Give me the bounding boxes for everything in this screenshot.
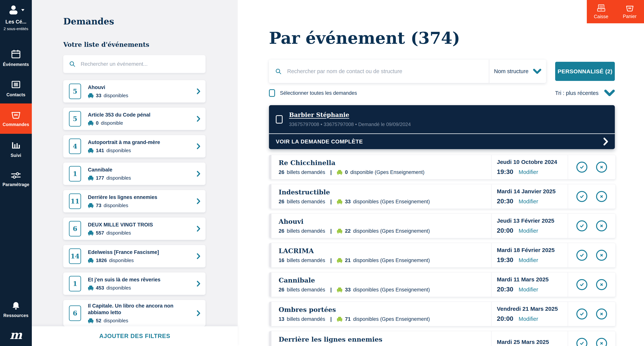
modify-link[interactable]: Modifier (518, 228, 538, 234)
sidebar-item-label: Ressources (4, 313, 28, 318)
seat-icon (88, 148, 94, 153)
x-icon (599, 164, 604, 170)
modify-link[interactable]: Modifier (518, 316, 538, 322)
accept-button[interactable] (576, 338, 587, 346)
sidebar-item-parametrage[interactable]: Paramétrage (0, 164, 32, 194)
account-name: Les Cé... (0, 19, 32, 25)
request-count-badge: 5 (69, 111, 81, 127)
accept-button[interactable] (576, 308, 587, 319)
account-subtitle: 2 sous-entités (0, 27, 32, 31)
accept-button[interactable] (576, 220, 587, 231)
session-time: 20:00 (497, 227, 513, 234)
panier-button[interactable]: Panier (616, 0, 644, 23)
event-request-row: Indestructible 26 billets demandés | 33 … (269, 184, 616, 209)
sidebar-item-ressources[interactable]: Ressources (0, 295, 32, 324)
account-switcher[interactable]: Les Cé... 2 sous-entités (0, 0, 32, 31)
row-info: Derrière les lignes ennemies (272, 331, 491, 346)
add-filters-button[interactable]: AJOUTER DES FILTRES (32, 326, 238, 346)
request-count-badge: 6 (69, 221, 81, 236)
available-label: disponibles (109, 257, 134, 263)
event-list-item[interactable]: 5 Article 353 du Code pénal 0 disponible (63, 108, 206, 130)
session-date: Vendredi 21 Mars 2025 (497, 306, 568, 312)
tickets-label: billets demandés (287, 287, 325, 293)
available-label: disponibles (106, 148, 131, 153)
accept-button[interactable] (576, 279, 587, 290)
event-availability: 0 disponible (88, 120, 193, 126)
sidebar-item-evenements[interactable]: Événements (0, 43, 32, 73)
sidebar-item-suivi[interactable]: Suivi (0, 134, 32, 164)
event-search (63, 55, 206, 73)
event-info: Autoportrait à ma grand-mère 141 disponi… (88, 139, 193, 153)
reject-button[interactable] (596, 308, 607, 319)
seat-icon (88, 285, 94, 291)
request-checkbox[interactable] (276, 115, 282, 124)
event-availability: 52 disponibles (88, 318, 193, 324)
event-title: Cannibale (88, 167, 193, 173)
meta-divider: | (330, 169, 332, 175)
sidebar-item-commandes[interactable]: Commandes (0, 104, 32, 134)
request-count-badge: 5 (69, 84, 81, 99)
check-icon (579, 311, 585, 317)
modify-link[interactable]: Modifier (518, 198, 538, 205)
reject-button[interactable] (596, 191, 607, 202)
reject-button[interactable] (596, 250, 607, 261)
app-logo[interactable]: m (0, 324, 32, 346)
modify-link[interactable]: Modifier (518, 286, 538, 293)
sidebar-item-label: Événements (3, 62, 29, 67)
contacts-icon (11, 79, 21, 90)
modify-link[interactable]: Modifier (518, 169, 538, 175)
event-list-item[interactable]: 11 Derrière les lignes ennemies 73 dispo… (63, 190, 206, 212)
event-request-row: Derrière les lignes ennemies Mardi 25 Ma… (269, 331, 616, 346)
chevron-right-icon (197, 88, 200, 94)
event-title: LACRIMA (278, 247, 491, 255)
view-full-request-button[interactable]: VOIR LA DEMANDE COMPLÈTE (269, 133, 615, 149)
sidebar-item-label: Contacts (6, 92, 26, 97)
event-list-item[interactable]: 1 Et j'en suis là de mes rêveries 453 di… (63, 272, 206, 295)
accept-button[interactable] (576, 162, 587, 173)
event-request-row: Cannibale 26 billets demandés | 33 dispo… (269, 272, 616, 297)
accept-button[interactable] (576, 250, 587, 261)
available-label: disponibles (106, 175, 131, 181)
event-info: Ahouvi 33 disponibles (88, 84, 193, 99)
select-all-checkbox[interactable] (269, 89, 275, 97)
select-all-row: Sélectionner toutes les demandes Tri : p… (269, 89, 615, 97)
seat-icon (88, 121, 94, 126)
sidebar-item-contacts[interactable]: Contacts (0, 73, 32, 104)
chevron-down-icon (604, 90, 615, 97)
modify-link[interactable]: Modifier (518, 257, 538, 263)
sidebar: Les Cé... 2 sous-entités Événements Cont… (0, 0, 32, 346)
reject-button[interactable] (596, 338, 607, 346)
contact-name-link[interactable]: Barbier Stéphanie (289, 111, 411, 118)
accept-button[interactable] (576, 191, 587, 202)
select-all-label: Sélectionner toutes les demandes (280, 90, 357, 96)
sort-dropdown[interactable]: Tri : plus récentes (555, 90, 615, 97)
event-search-input[interactable] (80, 61, 200, 67)
available-label: disponibles (Gpes Enseignement) (353, 287, 430, 293)
contact-search-input[interactable] (287, 68, 483, 75)
basket-icon (626, 4, 634, 12)
search-icon (275, 68, 282, 75)
x-icon (599, 311, 604, 317)
sidebar-item-label: Commandes (3, 122, 29, 127)
structure-filter-dropdown[interactable]: Nom structure (489, 60, 546, 83)
reject-button[interactable] (596, 279, 607, 290)
personalized-filter-button[interactable]: PERSONNALISÉ (2) (555, 62, 615, 81)
event-title: Derrière les lignes ennemies (278, 335, 491, 343)
event-list-item[interactable]: 5 Ahouvi 33 disponibles (63, 80, 206, 103)
available-label: disponibles (Gpes Enseignement) (353, 316, 430, 322)
event-list-item[interactable]: 6 Il Capitale. Un libro che ancora non a… (63, 300, 206, 326)
caisse-button[interactable]: Caisse (587, 0, 616, 23)
reject-button[interactable] (596, 220, 607, 231)
event-list-item[interactable]: 1 Cannibale 177 disponibles (63, 163, 206, 185)
event-title: Il Capitale. Un libro che ancora non abb… (88, 303, 193, 316)
event-availability: 33 disponibles (88, 93, 193, 99)
reject-button[interactable] (596, 162, 607, 173)
tickets-count: 16 (278, 257, 284, 263)
available-label: disponibles (106, 285, 131, 291)
event-list-item[interactable]: 4 Autoportrait à ma grand-mère 141 dispo… (63, 135, 206, 157)
row-actions (568, 272, 616, 297)
tickets-count: 26 (278, 287, 284, 293)
event-list-item[interactable]: 14 Edelweiss [France Fascisme] 1826 disp… (63, 245, 206, 267)
seat-icon (88, 175, 94, 181)
event-list-item[interactable]: 6 DEUX MILLE VINGT TROIS 557 disponibles (63, 217, 206, 240)
